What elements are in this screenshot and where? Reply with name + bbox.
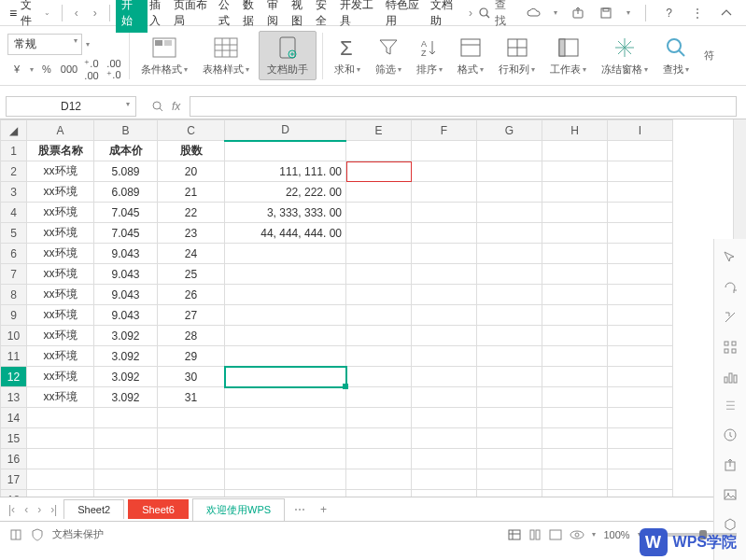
cell[interactable] xyxy=(412,264,477,285)
cell[interactable] xyxy=(542,203,608,223)
sheet-nav-first[interactable]: |‹ xyxy=(6,503,18,516)
row-header[interactable]: 5 xyxy=(1,223,27,244)
cell[interactable] xyxy=(412,285,477,305)
cell[interactable] xyxy=(346,490,412,497)
cell[interactable] xyxy=(608,161,673,182)
name-box[interactable]: D12 xyxy=(6,96,136,117)
cell[interactable] xyxy=(94,449,158,469)
cell[interactable]: 31 xyxy=(158,387,225,408)
cell[interactable] xyxy=(542,161,608,182)
cell[interactable] xyxy=(542,326,608,346)
cell[interactable] xyxy=(412,469,477,490)
sheet-nav-next[interactable]: › xyxy=(35,503,44,516)
col-header-I[interactable]: I xyxy=(608,120,673,141)
cell[interactable]: 29 xyxy=(158,346,225,367)
cell[interactable]: xx环境 xyxy=(27,223,94,244)
more-icon[interactable]: ⋮ xyxy=(689,4,707,22)
tab-review[interactable]: 审阅 xyxy=(265,0,289,33)
cell[interactable] xyxy=(477,408,542,428)
cell[interactable]: xx环境 xyxy=(27,346,94,367)
filter-button[interactable]: 筛选▾ xyxy=(370,35,407,77)
cell[interactable] xyxy=(225,264,346,285)
formula-input[interactable] xyxy=(190,96,737,117)
search-button[interactable]: 查找 xyxy=(478,0,514,29)
tab-devtools[interactable]: 开发工具 xyxy=(338,0,383,33)
backup-icon[interactable] xyxy=(723,427,738,442)
cell[interactable] xyxy=(158,490,225,497)
cell[interactable] xyxy=(225,285,346,305)
sheet-tab-sheet2[interactable]: Sheet2 xyxy=(63,499,124,519)
row-header[interactable]: 15 xyxy=(1,428,27,449)
cell[interactable] xyxy=(608,490,673,497)
cell[interactable] xyxy=(608,264,673,285)
cell[interactable] xyxy=(346,141,412,161)
cell[interactable] xyxy=(542,469,608,490)
select-all-corner[interactable]: ◢ xyxy=(1,120,27,141)
cell[interactable] xyxy=(542,449,608,469)
apps-icon[interactable] xyxy=(723,340,738,355)
cell[interactable] xyxy=(412,223,477,244)
cell[interactable] xyxy=(412,326,477,346)
tab-insert[interactable]: 插入 xyxy=(148,0,172,33)
cell[interactable] xyxy=(608,141,673,161)
cell[interactable]: 3, 333, 333. 00 xyxy=(225,203,346,223)
cell[interactable]: 22, 222. 00 xyxy=(225,182,346,203)
cell[interactable] xyxy=(608,244,673,264)
cell[interactable] xyxy=(225,346,346,367)
cell[interactable]: xx环境 xyxy=(27,305,94,326)
cell[interactable] xyxy=(225,244,346,264)
cell[interactable] xyxy=(412,182,477,203)
cell[interactable] xyxy=(477,141,542,161)
select-icon[interactable] xyxy=(723,250,738,265)
find-button[interactable]: 查找▾ xyxy=(657,35,695,77)
cell[interactable] xyxy=(412,408,477,428)
cell[interactable] xyxy=(412,387,477,408)
col-header-E[interactable]: E xyxy=(346,120,412,141)
cell[interactable] xyxy=(608,326,673,346)
cell[interactable] xyxy=(477,203,542,223)
cell[interactable] xyxy=(542,305,608,326)
properties-icon[interactable]: ☰ xyxy=(725,399,736,413)
cell[interactable] xyxy=(346,305,412,326)
cell[interactable] xyxy=(412,428,477,449)
help-icon[interactable]: ? xyxy=(660,4,678,22)
cell[interactable] xyxy=(225,469,346,490)
cell[interactable] xyxy=(608,223,673,244)
cell[interactable] xyxy=(542,428,608,449)
cell[interactable] xyxy=(608,449,673,469)
row-header[interactable]: 12 xyxy=(1,367,27,387)
cell[interactable]: 26 xyxy=(158,285,225,305)
cell[interactable] xyxy=(542,285,608,305)
cell[interactable] xyxy=(477,244,542,264)
row-header[interactable]: 13 xyxy=(1,387,27,408)
number-format-select[interactable]: 常规 xyxy=(7,34,82,55)
tab-security[interactable]: 安全 xyxy=(314,0,338,33)
cell[interactable] xyxy=(346,387,412,408)
row-header[interactable]: 7 xyxy=(1,264,27,285)
cell[interactable]: 股票名称 xyxy=(27,141,94,161)
row-header[interactable]: 2 xyxy=(1,161,27,182)
tab-special[interactable]: 特色应用 xyxy=(384,0,429,33)
cell[interactable] xyxy=(27,449,94,469)
cell[interactable]: xx环境 xyxy=(27,244,94,264)
cell[interactable] xyxy=(225,326,346,346)
cell[interactable] xyxy=(225,305,346,326)
cell[interactable] xyxy=(346,161,412,182)
cell[interactable] xyxy=(412,305,477,326)
cell[interactable]: 股数 xyxy=(158,141,225,161)
tab-view[interactable]: 视图 xyxy=(289,0,314,33)
conditional-format-button[interactable]: 条件格式▾ xyxy=(135,35,193,77)
nav-fwd[interactable]: › xyxy=(87,5,104,21)
row-header[interactable]: 9 xyxy=(1,305,27,326)
cell[interactable] xyxy=(412,367,477,387)
cell[interactable] xyxy=(608,305,673,326)
cell[interactable] xyxy=(542,141,608,161)
fx-icon[interactable]: fx xyxy=(172,100,180,113)
cell[interactable] xyxy=(608,346,673,367)
cell[interactable] xyxy=(346,469,412,490)
format-button[interactable]: 格式▾ xyxy=(452,35,489,77)
save-icon[interactable] xyxy=(598,4,615,22)
cell[interactable] xyxy=(412,490,477,497)
cell[interactable] xyxy=(477,428,542,449)
cell[interactable]: xx环境 xyxy=(27,326,94,346)
